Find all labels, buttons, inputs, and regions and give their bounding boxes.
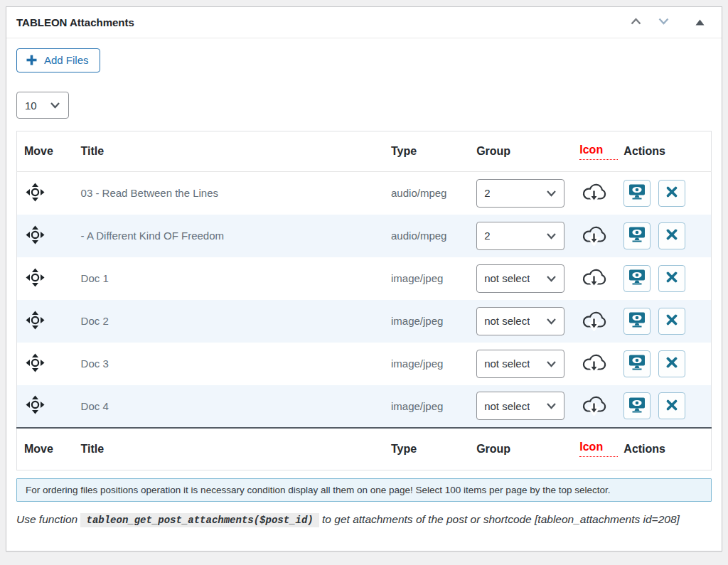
attachment-row: Doc 2 image/jpeg not select: [17, 300, 712, 343]
view-attachment-button[interactable]: [623, 180, 651, 207]
move-drag-handle[interactable]: [24, 267, 46, 291]
column-header-actions: Actions: [616, 131, 711, 172]
delete-attachment-button[interactable]: [658, 308, 685, 335]
column-header-group: Group: [469, 131, 572, 172]
attachment-row: Doc 1 image/jpeg not select: [17, 257, 712, 300]
chevron-down-icon: [50, 102, 60, 109]
delete-attachment-button[interactable]: [658, 350, 685, 377]
metabox-content: Add Files 10 Move Title Type Group Icon …: [6, 38, 722, 529]
metabox-controls: [627, 14, 712, 31]
group-select-value: 2: [484, 187, 490, 199]
column-footer-move: Move: [17, 428, 74, 470]
delete-attachment-button[interactable]: [658, 180, 685, 207]
monitor-eye-icon: [628, 269, 646, 287]
column-footer-actions: Actions: [616, 428, 711, 470]
group-select[interactable]: not select: [476, 350, 564, 378]
metabox-header: TABLEON Attachments: [6, 7, 722, 38]
attachment-type: image/jpeg: [384, 257, 469, 300]
group-select-value: 2: [484, 230, 490, 242]
attachment-title: Doc 4: [74, 385, 384, 428]
add-files-button[interactable]: Add Files: [16, 48, 100, 72]
attachment-row: Doc 3 image/jpeg not select: [17, 343, 712, 385]
cloud-download-icon: [581, 181, 606, 205]
move-drag-handle[interactable]: [24, 394, 46, 418]
set-icon-button[interactable]: [579, 350, 608, 377]
move-drag-handle[interactable]: [24, 352, 46, 376]
chevron-up-icon: [630, 17, 642, 28]
move-box-down-button[interactable]: [655, 14, 673, 31]
column-header-type: Type: [384, 131, 469, 172]
attachment-row: - A Different Kind OF Freedom audio/mpeg…: [17, 215, 712, 257]
attachment-type: audio/mpeg: [384, 215, 469, 257]
move-icon: [26, 395, 45, 416]
move-icon: [26, 268, 45, 289]
chevron-down-icon: [546, 402, 557, 409]
toggle-panel-button[interactable]: [692, 14, 707, 31]
add-files-label: Add Files: [44, 54, 89, 66]
attachments-table: Move Title Type Group Icon Actions: [16, 131, 712, 470]
move-icon: [26, 311, 45, 332]
help-suffix: to get attachments of the post or shortc…: [322, 513, 680, 525]
x-cross-icon: [665, 313, 678, 328]
chevron-down-icon: [658, 17, 670, 28]
table-footer-row: Move Title Type Group Icon Actions: [17, 428, 712, 470]
move-icon: [26, 183, 45, 204]
metabox-title: TABLEON Attachments: [16, 16, 134, 28]
chevron-down-icon: [546, 318, 557, 325]
chevron-down-icon: [546, 275, 557, 282]
move-drag-handle[interactable]: [24, 309, 46, 333]
attachment-row: 03 - Read Between the Lines audio/mpeg 2: [17, 172, 712, 215]
chevron-down-icon: [546, 360, 557, 367]
attachment-title: Doc 3: [74, 343, 384, 385]
cloud-download-icon: [581, 394, 606, 418]
help-prefix: Use function: [16, 513, 77, 525]
group-select-value: not select: [484, 357, 530, 370]
attachment-type: audio/mpeg: [384, 172, 469, 215]
group-select[interactable]: 2: [476, 179, 564, 208]
attachment-type: image/jpeg: [384, 343, 469, 385]
ordering-notice: For ordering files positions operation i…: [16, 478, 712, 502]
group-select-value: not select: [484, 400, 530, 412]
attachment-title: Doc 2: [74, 300, 384, 343]
chevron-down-icon: [546, 190, 557, 197]
delete-attachment-button[interactable]: [658, 392, 685, 419]
column-footer-group: Group: [469, 428, 572, 470]
group-select[interactable]: not select: [476, 392, 564, 420]
view-attachment-button[interactable]: [623, 392, 651, 419]
delete-attachment-button[interactable]: [658, 265, 685, 292]
x-cross-icon: [665, 399, 678, 414]
move-icon: [26, 353, 45, 375]
group-select[interactable]: not select: [476, 307, 564, 335]
set-icon-button[interactable]: [579, 308, 608, 335]
x-cross-icon: [665, 356, 678, 371]
monitor-eye-icon: [628, 312, 646, 330]
view-attachment-button[interactable]: [623, 222, 651, 249]
set-icon-button[interactable]: [579, 392, 608, 419]
cloud-download-icon: [581, 309, 606, 333]
column-footer-title: Title: [74, 428, 384, 470]
monitor-eye-icon: [628, 184, 646, 202]
column-header-title: Title: [74, 131, 384, 172]
group-select-value: not select: [484, 315, 530, 327]
attachment-title: 03 - Read Between the Lines: [74, 172, 384, 215]
delete-attachment-button[interactable]: [658, 222, 685, 249]
group-select[interactable]: 2: [476, 222, 564, 250]
group-select[interactable]: not select: [476, 264, 564, 293]
triangle-up-icon: [695, 17, 705, 28]
view-attachment-button[interactable]: [623, 308, 651, 335]
monitor-eye-icon: [628, 355, 646, 372]
set-icon-button[interactable]: [579, 265, 608, 292]
view-attachment-button[interactable]: [623, 350, 651, 377]
attachments-tbody: 03 - Read Between the Lines audio/mpeg 2: [17, 172, 712, 428]
column-header-icon: Icon: [572, 131, 616, 172]
cloud-download-icon: [581, 267, 606, 291]
set-icon-button[interactable]: [579, 222, 608, 249]
move-box-up-button[interactable]: [627, 14, 645, 31]
per-page-select[interactable]: 10: [16, 92, 69, 119]
move-drag-handle[interactable]: [24, 181, 46, 205]
view-attachment-button[interactable]: [623, 265, 651, 292]
set-icon-button[interactable]: [579, 180, 608, 207]
move-drag-handle[interactable]: [24, 224, 46, 248]
plus-icon: [26, 54, 38, 66]
x-cross-icon: [665, 228, 678, 243]
